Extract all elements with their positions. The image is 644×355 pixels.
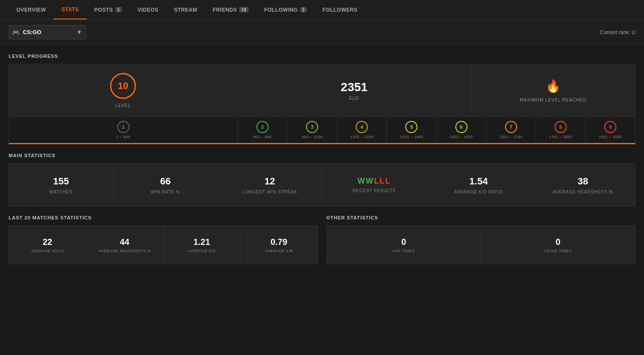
avg-kr-label: AVERAGE K/R	[265, 249, 293, 253]
seg-range-8: 1701 – 1850	[549, 135, 572, 139]
top-nav: OVERVIEW STATS POSTS 1 VIDEOS STREAM FRI…	[0, 0, 644, 20]
elo-progress-row: 1 1 – 800 2 801 – 950 3 951 – 1100 4 110…	[9, 117, 635, 143]
avg-headshots-card: 44 AVERAGE HEADSHOTS %	[86, 225, 163, 264]
nav-stats[interactable]: STATS	[54, 0, 86, 19]
elo-segment-2[interactable]: 2 801 – 950	[238, 117, 287, 143]
kd-ratio-card: 1.54 AVERAGE K/D RATIO	[426, 163, 530, 206]
game-icon: 🎮	[12, 29, 19, 36]
winrate-label: WIN RATE %	[151, 190, 180, 194]
matches-label: MATCHES	[50, 190, 73, 194]
bottom-sections: LAST 20 MATCHES STATISTICS 22 AVERAGE KI…	[0, 206, 644, 273]
kd-ratio-value: 1.54	[469, 176, 488, 187]
seg-range-6: 1401 – 1550	[450, 135, 473, 139]
elo-segment-3[interactable]: 3 951 – 1100	[287, 117, 337, 143]
winstreak-card: 12 LONGEST WIN STREAK	[218, 163, 322, 206]
recent-results-label: RECENT RESULTS	[353, 188, 396, 193]
seg-circle-1: 1	[117, 121, 129, 133]
other-stats-grid: 0 AFK TIMES 0 LEAVE TIMES	[326, 225, 635, 264]
recent-results-card: WWLLL RECENT RESULTS	[322, 163, 426, 206]
level-label: LEVEL	[115, 103, 131, 108]
seg-circle-8: 8	[555, 121, 567, 133]
winrate-value: 66	[160, 176, 170, 187]
result-l1: L	[374, 177, 379, 185]
last20-section: LAST 20 MATCHES STATISTICS 22 AVERAGE KI…	[9, 215, 318, 264]
headshots-label: AVERAGE HEADSHOTS %	[553, 190, 613, 194]
nav-videos[interactable]: VIDEOS	[130, 0, 166, 19]
max-level-card: 🔥 MAXIMUM LEVEL REACHED	[471, 64, 635, 117]
last20-title: LAST 20 MATCHES STATISTICS	[9, 215, 318, 220]
elo-segment-4[interactable]: 4 1101 – 1250	[337, 117, 387, 143]
result-w1: W	[357, 177, 366, 185]
posts-badge: 1	[115, 7, 122, 13]
nav-overview[interactable]: OVERVIEW	[9, 0, 54, 19]
following-badge: 2	[300, 7, 307, 13]
friends-badge: 18	[239, 7, 249, 13]
seg-range-7: 1551 – 1700	[499, 135, 522, 139]
seg-range-9: 1851 – 2000	[599, 135, 622, 139]
level-progress-section: LEVEL PROGRESS 10 LEVEL 2351 ELO 🔥 MAXIM…	[0, 45, 644, 144]
nav-stream[interactable]: STREAM	[166, 0, 205, 19]
winstreak-value: 12	[265, 176, 275, 187]
avg-kills-label: AVERAGE KILLS	[31, 249, 64, 253]
avg-kills-card: 22 AVERAGE KILLS	[9, 225, 86, 264]
seg-range-2: 801 – 950	[253, 135, 272, 139]
game-selector-bar: 🎮 CS:GO ▼ Current rank: U	[0, 20, 644, 45]
winrate-card: 66 WIN RATE %	[113, 163, 218, 206]
level-cards-row: 10 LEVEL 2351 ELO 🔥 MAXIMUM LEVEL REACHE…	[9, 64, 635, 117]
elo-value: 2351	[341, 80, 367, 94]
headshots-card: 38 AVERAGE HEADSHOTS %	[530, 163, 635, 206]
seg-circle-6: 6	[455, 121, 467, 133]
elo-segment-8[interactable]: 8 1701 – 1850	[536, 117, 586, 143]
elo-card: 2351 ELO	[237, 64, 471, 117]
main-stats-title: MAIN STATISTICS	[9, 153, 635, 158]
result-l3: L	[385, 177, 391, 185]
leave-times-value: 0	[556, 237, 560, 247]
elo-label: ELO	[349, 96, 359, 101]
game-select[interactable]: CS:GO	[9, 25, 86, 39]
level-card: 10 LEVEL	[9, 64, 237, 117]
matches-card: 155 MATCHES	[9, 163, 113, 206]
avg-kr-card: 0.79 AVERAGE K/R	[240, 225, 318, 264]
elo-segment-1[interactable]: 1 1 – 800	[9, 117, 238, 143]
main-stats-grid: 155 MATCHES 66 WIN RATE % 12 LONGEST WIN…	[9, 163, 635, 206]
elo-segment-6[interactable]: 6 1401 – 1550	[437, 117, 486, 143]
seg-circle-7: 7	[505, 121, 517, 133]
result-l2: L	[379, 177, 385, 185]
afk-times-value: 0	[401, 237, 406, 247]
matches-value: 155	[53, 176, 69, 187]
seg-range-1: 1 – 800	[116, 135, 130, 139]
avg-kd-card: 1.21 AVERAGE K/D	[163, 225, 240, 264]
nav-following[interactable]: FOLLOWING 2	[256, 0, 315, 19]
main-statistics-section: MAIN STATISTICS 155 MATCHES 66 WIN RATE …	[0, 144, 644, 206]
leave-times-card: 0 LEAVE TIMES	[481, 225, 636, 264]
last20-stats-grid: 22 AVERAGE KILLS 44 AVERAGE HEADSHOTS % …	[9, 225, 318, 264]
seg-circle-9: 9	[604, 121, 616, 133]
kd-ratio-label: AVERAGE K/D RATIO	[454, 190, 503, 194]
level-circle: 10	[110, 73, 136, 99]
seg-range-4: 1101 – 1250	[350, 135, 373, 139]
recent-results-value: WWLLL	[357, 177, 391, 186]
nav-friends[interactable]: FRIENDS 18	[205, 0, 256, 19]
elo-segment-9[interactable]: 9 1851 – 2000	[586, 117, 635, 143]
avg-kills-value: 22	[43, 237, 52, 247]
avg-headshots-value: 44	[120, 237, 129, 247]
elo-segment-7[interactable]: 7 1551 – 1700	[486, 117, 536, 143]
current-rank-text: Current rank: U	[600, 29, 635, 35]
elo-segment-5[interactable]: 5 1251 – 1400	[387, 117, 436, 143]
seg-range-5: 1251 – 1400	[400, 135, 423, 139]
flame-icon: 🔥	[546, 79, 561, 93]
game-select-wrapper[interactable]: 🎮 CS:GO ▼	[9, 25, 86, 39]
seg-circle-5: 5	[405, 121, 417, 133]
level-progress-title: LEVEL PROGRESS	[9, 54, 635, 59]
headshots-value: 38	[578, 176, 588, 187]
result-w2: W	[366, 177, 374, 185]
leave-times-label: LEAVE TIMES	[544, 249, 572, 253]
seg-range-3: 951 – 1100	[302, 135, 322, 139]
seg-circle-4: 4	[356, 121, 368, 133]
afk-times-card: 0 AFK TIMES	[326, 225, 481, 264]
avg-headshots-label: AVERAGE HEADSHOTS %	[98, 249, 151, 253]
other-stats-section: OTHER STATISTICS 0 AFK TIMES 0 LEAVE TIM…	[326, 215, 635, 264]
nav-followers[interactable]: FOLLOWERS	[315, 0, 365, 19]
nav-posts[interactable]: POSTS 1	[87, 0, 130, 19]
avg-kd-value: 1.21	[193, 237, 210, 247]
